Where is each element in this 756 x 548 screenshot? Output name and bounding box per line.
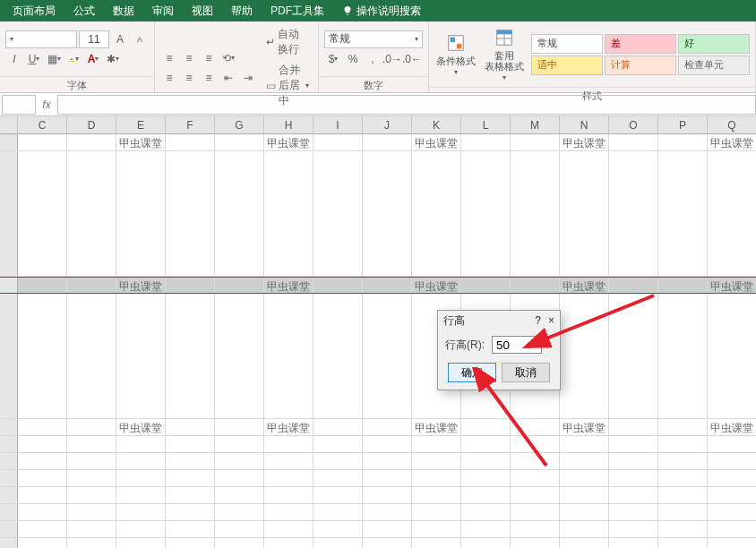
cell[interactable] bbox=[18, 470, 67, 486]
cell[interactable] bbox=[560, 487, 609, 503]
cell[interactable] bbox=[412, 538, 461, 548]
cell[interactable] bbox=[215, 436, 264, 452]
dialog-close-icon[interactable]: × bbox=[548, 314, 554, 327]
cell[interactable] bbox=[18, 453, 67, 469]
wrap-text-button[interactable]: ↵ 自动换行 bbox=[262, 25, 313, 59]
italic-icon[interactable]: I bbox=[5, 50, 23, 68]
cell[interactable] bbox=[511, 487, 560, 503]
cell[interactable] bbox=[609, 521, 658, 537]
formula-input[interactable] bbox=[57, 95, 756, 115]
cell[interactable] bbox=[264, 151, 314, 276]
table-row[interactable] bbox=[0, 436, 756, 453]
cell[interactable] bbox=[363, 278, 412, 293]
col-header[interactable]: H bbox=[264, 116, 314, 134]
cell[interactable] bbox=[18, 294, 67, 418]
phonetic-icon[interactable]: ✱▾ bbox=[104, 50, 122, 68]
cell[interactable] bbox=[166, 470, 215, 486]
cell[interactable]: 甲虫课堂 bbox=[708, 134, 756, 150]
cell[interactable] bbox=[658, 278, 708, 293]
cell[interactable] bbox=[609, 436, 658, 452]
menu-view[interactable]: 视图 bbox=[183, 0, 222, 21]
cell[interactable] bbox=[658, 487, 708, 503]
cell[interactable] bbox=[461, 521, 511, 537]
cell[interactable] bbox=[264, 470, 314, 486]
cell[interactable] bbox=[314, 134, 363, 150]
cell[interactable] bbox=[116, 521, 166, 537]
cell[interactable] bbox=[461, 487, 511, 503]
style-calc[interactable]: 计算 bbox=[605, 56, 676, 75]
cell[interactable] bbox=[412, 453, 461, 469]
cell[interactable] bbox=[511, 151, 560, 276]
comma-icon[interactable]: , bbox=[364, 50, 382, 68]
cell[interactable] bbox=[314, 436, 363, 452]
table-row[interactable] bbox=[0, 470, 756, 487]
cell[interactable] bbox=[609, 453, 658, 469]
align-right-icon[interactable]: ≡ bbox=[200, 69, 218, 87]
dialog-help-icon[interactable]: ? bbox=[535, 314, 541, 327]
cell[interactable] bbox=[67, 419, 116, 435]
col-header[interactable]: N bbox=[560, 116, 609, 134]
cell[interactable] bbox=[560, 151, 609, 276]
cell[interactable] bbox=[166, 504, 215, 520]
cell[interactable] bbox=[215, 453, 264, 469]
cell[interactable] bbox=[560, 521, 609, 537]
table-row[interactable] bbox=[0, 521, 756, 538]
cell[interactable] bbox=[215, 151, 264, 276]
ok-button[interactable]: 确定 bbox=[448, 363, 496, 382]
cell[interactable] bbox=[658, 453, 708, 469]
cell-styles-gallery[interactable]: 常规 差 好 适中 计算 检查单元 bbox=[531, 34, 750, 75]
cell[interactable] bbox=[609, 151, 658, 276]
format-as-table-button[interactable]: 套用 表格格式 ▾ bbox=[483, 25, 526, 83]
cell[interactable] bbox=[314, 151, 363, 276]
style-neutral[interactable]: 适中 bbox=[531, 56, 603, 75]
cell[interactable] bbox=[116, 470, 166, 486]
cell[interactable] bbox=[67, 134, 116, 150]
cell[interactable] bbox=[363, 134, 412, 150]
cell[interactable] bbox=[363, 294, 412, 418]
cell[interactable] bbox=[215, 487, 264, 503]
orientation-icon[interactable]: ⟲▾ bbox=[219, 49, 237, 67]
indent-dec-icon[interactable]: ⇤ bbox=[219, 69, 237, 87]
table-row[interactable] bbox=[0, 487, 756, 504]
align-top-icon[interactable]: ≡ bbox=[160, 49, 178, 67]
cell[interactable] bbox=[461, 504, 511, 520]
table-row[interactable] bbox=[0, 538, 756, 548]
cell[interactable] bbox=[363, 151, 412, 276]
cell[interactable] bbox=[708, 521, 756, 537]
cell[interactable] bbox=[67, 453, 116, 469]
align-bottom-icon[interactable]: ≡ bbox=[200, 49, 218, 67]
percent-icon[interactable]: % bbox=[344, 50, 362, 68]
col-header[interactable]: G bbox=[215, 116, 264, 134]
cell[interactable] bbox=[116, 538, 166, 548]
cell[interactable] bbox=[708, 294, 756, 418]
align-middle-icon[interactable]: ≡ bbox=[180, 49, 198, 67]
cell[interactable] bbox=[215, 294, 264, 418]
cell[interactable] bbox=[609, 419, 658, 435]
cell[interactable]: 甲虫课堂 bbox=[264, 134, 314, 150]
cell[interactable] bbox=[511, 453, 560, 469]
cell[interactable]: 甲虫课堂 bbox=[412, 419, 461, 435]
cell[interactable]: 甲虫课堂 bbox=[708, 278, 756, 293]
cell[interactable] bbox=[560, 453, 609, 469]
menu-data[interactable]: 数据 bbox=[104, 0, 143, 21]
accounting-icon[interactable]: $▾ bbox=[324, 50, 342, 68]
cell[interactable] bbox=[67, 278, 116, 293]
decrease-font-icon[interactable]: A bbox=[131, 30, 149, 48]
cell[interactable] bbox=[708, 487, 756, 503]
col-header[interactable]: K bbox=[412, 116, 461, 134]
cell[interactable] bbox=[658, 294, 708, 418]
cell[interactable] bbox=[511, 521, 560, 537]
underline-icon[interactable]: U▾ bbox=[25, 50, 43, 68]
cell[interactable] bbox=[363, 487, 412, 503]
cell[interactable] bbox=[708, 453, 756, 469]
name-box[interactable] bbox=[2, 95, 36, 115]
style-normal[interactable]: 常规 bbox=[531, 34, 603, 54]
cell[interactable] bbox=[116, 294, 166, 418]
cell[interactable] bbox=[67, 151, 116, 276]
col-header[interactable]: F bbox=[166, 116, 215, 134]
cell[interactable] bbox=[314, 419, 363, 435]
cell[interactable] bbox=[412, 521, 461, 537]
cell[interactable] bbox=[511, 134, 560, 150]
cell[interactable] bbox=[363, 504, 412, 520]
cell[interactable] bbox=[609, 294, 658, 418]
